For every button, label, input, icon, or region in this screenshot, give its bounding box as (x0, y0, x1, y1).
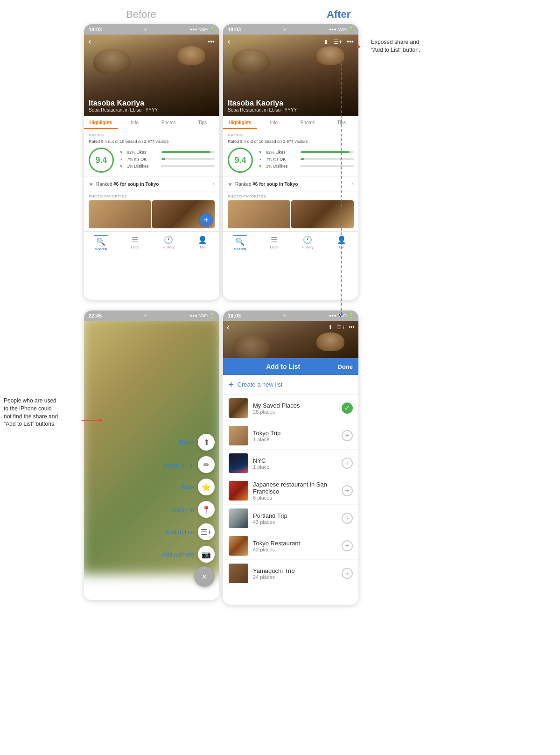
list-action-my-saved[interactable]: ✓ (342, 402, 353, 414)
list-action-yamaguchi[interactable]: + (342, 568, 353, 579)
mini-more-icon[interactable]: ••• (349, 324, 355, 331)
share-icon-after[interactable]: ⬆ (323, 38, 329, 45)
annotation-dot-people (99, 419, 102, 422)
me-nav-icon: 👤 (198, 235, 207, 244)
place-name-after: Itasoba Kaoriya (228, 99, 297, 107)
add-to-list-header: Add to List Done (223, 358, 358, 375)
nav-search[interactable]: 🔍 Search (84, 233, 118, 253)
nav-history-label: History (163, 245, 175, 249)
action-check-in[interactable]: Check In 📍 (170, 501, 215, 518)
ranked-row[interactable]: ★ Ranked #6 for soup in Tokyo › (84, 176, 219, 191)
done-button[interactable]: Done (338, 363, 353, 370)
phone-after-top: 18:03 ✈ ●●●WiFi🔋 ‹ ⬆ ☰+ ••• Itasoba Kaor… (223, 24, 358, 300)
list-thumb-yamaguchi (229, 564, 248, 583)
status-bar-before-bottom: 22:45 ✈ ●●●WiFi🔋 (84, 310, 219, 321)
list-action-nyc[interactable]: + (342, 458, 353, 469)
after-label: After (327, 8, 350, 21)
search-nav-icon-after: 🔍 (235, 237, 245, 246)
action-leave-tip[interactable]: Leave a Tip ✏ (163, 456, 215, 473)
list-name-my-saved: My Saved Places (253, 402, 337, 409)
mini-back-arrow[interactable]: ‹ (227, 323, 229, 332)
hero-top-bar-after: ‹ ⬆ ☰+ ••• (223, 35, 358, 49)
close-fab[interactable]: × (194, 566, 215, 587)
list-item-nyc[interactable]: NYC 1 place + (223, 450, 358, 477)
tab-info[interactable]: Info (118, 116, 152, 129)
hero-top-bar: ‹ ••• (84, 35, 219, 49)
more-icon[interactable]: ••• (208, 38, 215, 45)
tab-info-after[interactable]: Info (257, 116, 291, 129)
star-icon: ★ (89, 181, 93, 187)
list-name-portland: Portland Trip (253, 512, 337, 519)
back-arrow-icon[interactable]: ‹ (89, 37, 91, 46)
list-info-yamaguchi: Yamaguchi Trip 24 places (253, 567, 337, 580)
nav-search-after[interactable]: 🔍 Search (223, 233, 257, 253)
bar-label-3: 1% Dislikes (127, 164, 159, 169)
add-to-list-icon-after[interactable]: ☰+ (333, 38, 343, 45)
list-action-tokyo-rest[interactable]: + (342, 540, 353, 551)
photo-grid-after (223, 200, 358, 231)
leave-tip-label: Leave a Tip (163, 461, 194, 468)
list-info-tokyo-rest: Tokyo Restaurant 43 places (253, 540, 337, 552)
rating-bars: ♥ 92% Likes ● 7% It's OK ♥ 1% Dislikes (119, 150, 215, 171)
list-thumb-tokyo-rest (229, 536, 248, 556)
action-add-photo[interactable]: Add a photo 📷 (161, 546, 215, 563)
status-bar-after-top: 18:03 ✈ ●●●WiFi🔋 (223, 24, 358, 35)
action-share[interactable]: Share ⬆ (178, 434, 215, 451)
history-nav-icon: 🕐 (164, 235, 173, 244)
add-photo-btn[interactable]: + (200, 213, 213, 226)
tab-photos[interactable]: Photos (152, 116, 186, 129)
status-time-bb: 22:45 (89, 313, 102, 318)
list-item-tokyo-trip[interactable]: Tokyo Trip 1 place + (223, 422, 358, 450)
nav-history-after[interactable]: 🕐 History (291, 233, 325, 253)
heart-icon-3: ♥ (119, 164, 124, 169)
add-photo-label: Add a photo (161, 551, 194, 558)
list-thumb-my-saved (229, 398, 248, 418)
tab-highlights[interactable]: Highlights (84, 116, 118, 129)
nav-lists-after[interactable]: ☰ Lists (257, 233, 291, 253)
nav-lists-label-after: Lists (270, 245, 278, 249)
photo-thumb-2[interactable]: + (152, 200, 215, 228)
tab-tips[interactable]: Tips (186, 116, 220, 129)
history-nav-icon-after: 🕐 (303, 235, 312, 244)
list-action-portland[interactable]: + (342, 513, 353, 524)
tab-photos-after[interactable]: Photos (291, 116, 325, 129)
list-action-japanese-sf[interactable]: + (342, 485, 353, 496)
hero-image-before: ‹ ••• Itasoba Kaoriya Soba Restaurant in… (84, 35, 219, 116)
annotation-line-people (82, 420, 100, 421)
annotation-people: People who are used to the iPhone could … (4, 397, 81, 428)
ranked-row-after[interactable]: ★ Ranked #6 for soup in Tokyo › (223, 176, 358, 191)
ranked-text: Ranked #6 for soup in Tokyo (96, 182, 210, 187)
nav-history-label-after: History (302, 245, 314, 249)
rating-section: RATING Rated 9.4 out of 10 based on 2,97… (84, 129, 219, 176)
rate-label: Rate (182, 484, 194, 491)
rating-text: Rated 9.4 out of 10 based on 2,977 visit… (89, 139, 215, 144)
nav-history[interactable]: 🕐 History (152, 233, 186, 253)
list-item-portland[interactable]: Portland Trip 43 places + (223, 505, 358, 532)
photo-thumb-a1[interactable] (228, 200, 290, 228)
action-add-to-list[interactable]: Add to List ☰+ (166, 523, 215, 540)
add-to-list-label: Add to List (166, 529, 194, 536)
nav-me[interactable]: 👤 Me (186, 233, 220, 253)
rating-section-after: RATING Rated 9.4 out of 10 based on 2,97… (223, 129, 358, 176)
create-new-list[interactable]: + Create a new list (223, 375, 358, 395)
list-name-nyc: NYC (253, 457, 337, 464)
list-item-japanese-sf[interactable]: Japanese restaurant in San Francisco 6 p… (223, 477, 358, 505)
list-item-yamaguchi[interactable]: Yamaguchi Trip 24 places + (223, 560, 358, 587)
back-arrow-icon-after[interactable]: ‹ (228, 37, 230, 46)
star-icon-after: ★ (228, 181, 232, 187)
more-icon-after[interactable]: ••• (347, 38, 354, 45)
leave-tip-icon-circle: ✏ (198, 456, 215, 473)
list-action-tokyo-trip[interactable]: + (342, 430, 353, 441)
list-item-my-saved[interactable]: My Saved Places 28 places ✓ (223, 395, 358, 422)
list-thumb-japanese-sf (229, 481, 248, 501)
list-count-yamaguchi: 24 places (253, 574, 337, 580)
action-rate[interactable]: Rate ⭐ (182, 479, 215, 495)
photo-thumb-a2[interactable] (291, 200, 354, 228)
nav-lists[interactable]: ☰ Lists (118, 233, 152, 253)
tab-highlights-after[interactable]: Highlights (223, 116, 257, 129)
mini-list-icon[interactable]: ☰+ (336, 324, 345, 331)
mini-share-icon[interactable]: ⬆ (328, 324, 333, 331)
photo-thumb-1[interactable] (89, 200, 151, 228)
list-item-tokyo-rest[interactable]: Tokyo Restaurant 43 places + (223, 532, 358, 560)
list-info-tokyo-trip: Tokyo Trip 1 place (253, 430, 337, 442)
